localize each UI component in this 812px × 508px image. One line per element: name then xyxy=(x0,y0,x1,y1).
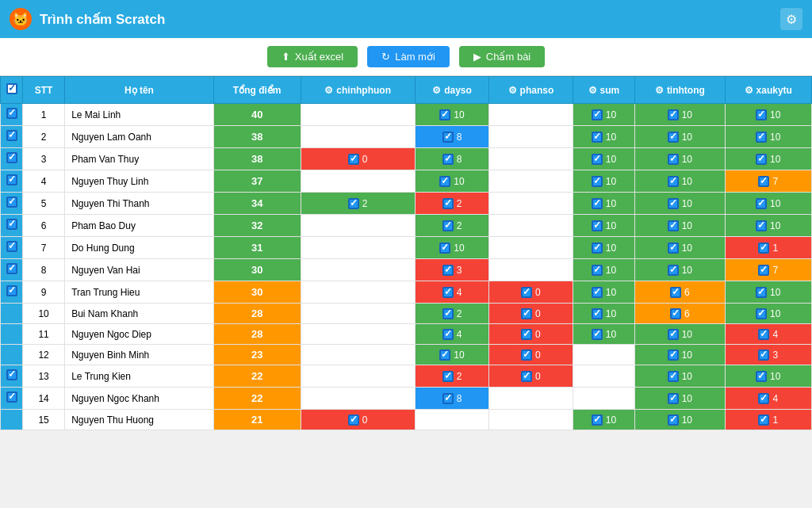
total-score-cell: 30 xyxy=(213,281,301,304)
score-cell: 10 xyxy=(573,193,635,215)
score-cell: 0 xyxy=(489,304,573,324)
score-cell xyxy=(301,170,415,193)
name-cell: Nguyen Ngoc Khanh xyxy=(65,388,214,410)
score-cell xyxy=(301,365,415,388)
score-cell xyxy=(573,388,635,410)
score-cell: 10 xyxy=(635,148,725,170)
total-score-cell: 22 xyxy=(213,365,301,388)
score-cell: 0 xyxy=(301,410,415,430)
score-cell xyxy=(301,259,415,281)
row-checkbox[interactable] xyxy=(1,126,23,148)
score-cell xyxy=(489,148,573,170)
score-cell xyxy=(573,345,635,365)
score-cell xyxy=(301,104,415,126)
score-cell xyxy=(489,388,573,410)
score-cell: 10 xyxy=(635,410,725,430)
total-score-cell: 32 xyxy=(213,215,301,237)
gear-icon-4: ⚙ xyxy=(588,85,597,96)
name-cell: Bui Nam Khanh xyxy=(65,304,214,324)
stt-cell: 7 xyxy=(23,237,65,259)
reset-icon: ↻ xyxy=(381,51,390,63)
header-tongdiem: Tổng điểm xyxy=(213,77,301,104)
score-cell: 7 xyxy=(725,170,811,193)
row-checkbox[interactable] xyxy=(1,281,23,304)
score-cell: 10 xyxy=(573,410,635,430)
score-cell: 2 xyxy=(415,193,488,215)
stt-cell: 2 xyxy=(23,126,65,148)
total-score-cell: 38 xyxy=(213,126,301,148)
score-cell: 10 xyxy=(635,193,725,215)
stt-cell: 13 xyxy=(23,365,65,388)
score-cell xyxy=(301,388,415,410)
play-icon: ▶ xyxy=(473,51,481,63)
row-checkbox[interactable] xyxy=(1,259,23,281)
score-cell xyxy=(489,410,573,430)
score-cell xyxy=(301,324,415,345)
header-checkbox[interactable] xyxy=(1,77,23,104)
score-cell: 10 xyxy=(635,104,725,126)
header-xaukytu: ⚙xaukytu xyxy=(725,77,811,104)
score-cell: 10 xyxy=(573,324,635,345)
score-cell: 10 xyxy=(415,345,488,365)
score-cell: 10 xyxy=(573,148,635,170)
toolbar: ⬆ Xuất excel ↻ Làm mới ▶ Chấm bài xyxy=(0,38,812,76)
row-checkbox[interactable] xyxy=(1,345,23,365)
row-checkbox[interactable] xyxy=(1,148,23,170)
score-cell: 10 xyxy=(635,345,725,365)
settings-button[interactable]: ⚙ xyxy=(780,8,802,30)
total-score-cell: 22 xyxy=(213,388,301,410)
table-row: 7 Do Hung Dung 31 10 10 10 1 xyxy=(1,237,812,259)
export-excel-button[interactable]: ⬆ Xuất excel xyxy=(267,46,358,67)
score-cell: 10 xyxy=(573,104,635,126)
score-cell: 8 xyxy=(415,388,488,410)
table-row: 1 Le Mai Linh 40 10 10 10 10 xyxy=(1,104,812,126)
score-cell xyxy=(301,304,415,324)
score-cell: 10 xyxy=(725,193,811,215)
row-checkbox[interactable] xyxy=(1,193,23,215)
row-checkbox[interactable] xyxy=(1,388,23,410)
name-cell: Nguyen Lam Oanh xyxy=(65,126,214,148)
score-cell xyxy=(573,365,635,388)
score-cell xyxy=(489,170,573,193)
row-checkbox[interactable] xyxy=(1,237,23,259)
score-cell: 8 xyxy=(415,148,488,170)
score-cell: 10 xyxy=(635,388,725,410)
stt-cell: 15 xyxy=(23,410,65,430)
score-cell xyxy=(489,126,573,148)
name-cell: Pham Bao Duy xyxy=(65,215,214,237)
header-phanso: ⚙phanso xyxy=(489,77,573,104)
score-cell: 4 xyxy=(415,324,488,345)
row-checkbox[interactable] xyxy=(1,104,23,126)
row-checkbox[interactable] xyxy=(1,324,23,345)
score-cell: 10 xyxy=(725,281,811,304)
name-cell: Tran Trung Hieu xyxy=(65,281,214,304)
score-cell: 10 xyxy=(573,281,635,304)
score-cell xyxy=(489,215,573,237)
header-sum: ⚙sum xyxy=(573,77,635,104)
score-cell: 0 xyxy=(301,148,415,170)
stt-cell: 10 xyxy=(23,304,65,324)
score-cell: 10 xyxy=(573,259,635,281)
score-cell: 10 xyxy=(415,237,488,259)
table-row: 12 Nguyen Binh Minh 23 10 0 10 3 xyxy=(1,345,812,365)
table-row: 9 Tran Trung Hieu 30 4 0 10 6 10 xyxy=(1,281,812,304)
row-checkbox[interactable] xyxy=(1,170,23,193)
grade-button[interactable]: ▶ Chấm bài xyxy=(459,46,545,67)
score-cell: 10 xyxy=(635,126,725,148)
score-cell: 4 xyxy=(725,388,811,410)
reset-button[interactable]: ↻ Làm mới xyxy=(367,46,450,67)
row-checkbox[interactable] xyxy=(1,410,23,430)
score-cell: 10 xyxy=(635,324,725,345)
row-checkbox[interactable] xyxy=(1,304,23,324)
score-cell: 10 xyxy=(635,259,725,281)
stt-cell: 5 xyxy=(23,193,65,215)
score-cell: 4 xyxy=(415,281,488,304)
scores-table: STT Họ tên Tổng điểm ⚙chinhphuon ⚙dayso … xyxy=(0,76,812,430)
name-cell: Nguyen Ngoc Diep xyxy=(65,324,214,345)
row-checkbox[interactable] xyxy=(1,365,23,388)
name-cell: Nguyen Van Hai xyxy=(65,259,214,281)
row-checkbox[interactable] xyxy=(1,215,23,237)
app-logo: 🐱 xyxy=(10,8,32,30)
stt-cell: 4 xyxy=(23,170,65,193)
name-cell: Nguyen Thi Thanh xyxy=(65,193,214,215)
